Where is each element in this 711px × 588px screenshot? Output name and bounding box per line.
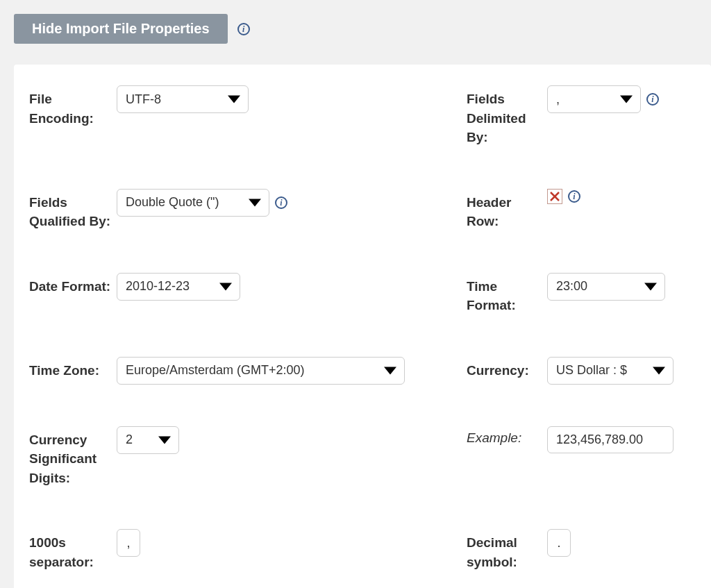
time-format-label: Time Format: [467, 273, 543, 315]
date-format-label: Date Format: [29, 273, 112, 296]
date-format-select[interactable]: 2010-12-23 [117, 273, 240, 301]
field-time-zone: Time Zone: Europe/Amsterdam (GMT+2:00) [29, 357, 446, 385]
currency-digits-select[interactable]: 2 [117, 426, 179, 454]
currency-value: US Dollar : $ [556, 363, 627, 378]
field-currency-digits: Currency Significant Digits: 2 [29, 426, 446, 488]
decimal-symbol-input[interactable] [547, 529, 571, 557]
thousands-separator-input[interactable] [117, 529, 140, 557]
time-zone-select[interactable]: Europe/Amsterdam (GMT+2:00) [117, 357, 405, 385]
field-qualifier: Fields Qualified By: Double Quote (") i [29, 189, 446, 231]
fields-qualified-by-label: Fields Qualified By: [29, 189, 112, 231]
field-currency: Currency: US Dollar : $ [467, 357, 696, 385]
time-zone-value: Europe/Amsterdam (GMT+2:00) [126, 363, 305, 378]
hide-import-properties-button[interactable]: Hide Import File Properties [14, 14, 228, 44]
field-example: Example: [467, 426, 696, 488]
info-icon[interactable]: i [237, 23, 250, 35]
field-time-format: Time Format: 23:00 [467, 273, 696, 315]
field-thousands-separator: 1000s separator: [29, 529, 446, 571]
fields-delimited-by-label: Fields Delimited By: [467, 85, 543, 147]
file-encoding-value: UTF-8 [126, 92, 161, 107]
file-encoding-select[interactable]: UTF-8 [117, 85, 249, 113]
field-header-row: Header Row: i [467, 189, 696, 231]
field-delimiter: Fields Delimited By: , i [467, 85, 696, 147]
decimal-symbol-label: Decimal symbol: [467, 529, 543, 571]
thousands-separator-label: 1000s separator: [29, 529, 112, 571]
fields-qualified-by-value: Double Quote (") [126, 195, 219, 210]
field-decimal-symbol: Decimal symbol: [467, 529, 696, 571]
fields-delimited-by-value: , [556, 92, 560, 107]
currency-label: Currency: [467, 357, 543, 380]
fields-qualified-by-select[interactable]: Double Quote (") [117, 189, 269, 217]
date-format-value: 2010-12-23 [126, 279, 190, 294]
field-date-format: Date Format: 2010-12-23 [29, 273, 446, 315]
time-zone-label: Time Zone: [29, 357, 112, 380]
example-input[interactable] [547, 426, 674, 453]
currency-select[interactable]: US Dollar : $ [547, 357, 674, 385]
currency-digits-label: Currency Significant Digits: [29, 426, 112, 488]
import-file-properties-panel: File Encoding: UTF-8 Fields Delimited By… [14, 65, 711, 588]
time-format-select[interactable]: 23:00 [547, 273, 665, 301]
file-encoding-label: File Encoding: [29, 85, 112, 128]
fields-delimited-by-select[interactable]: , [547, 85, 641, 113]
currency-digits-value: 2 [126, 432, 133, 447]
info-icon[interactable]: i [568, 190, 580, 203]
header-row-checkbox[interactable] [547, 189, 562, 204]
header-row-label: Header Row: [467, 189, 543, 231]
time-format-value: 23:00 [556, 279, 587, 294]
example-label: Example: [467, 426, 543, 446]
info-icon[interactable]: i [275, 196, 287, 209]
field-file-encoding: File Encoding: UTF-8 [29, 85, 446, 147]
info-icon[interactable]: i [646, 93, 659, 106]
